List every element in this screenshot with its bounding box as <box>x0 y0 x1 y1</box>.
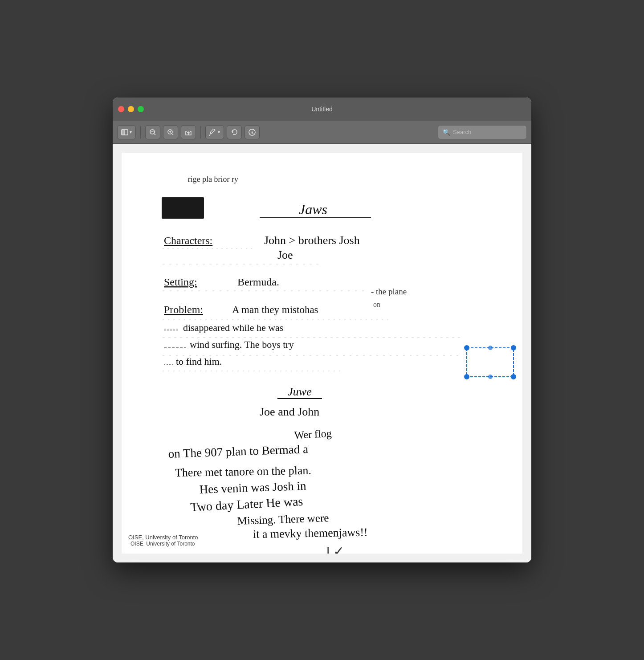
annotate-button[interactable]: A <box>245 125 260 139</box>
svg-point-36 <box>511 345 516 350</box>
svg-text:- the plane: - the plane <box>371 287 407 296</box>
zoom-out-button[interactable] <box>145 125 160 139</box>
svg-point-40 <box>488 375 493 379</box>
pen-dropdown-arrow: ▾ <box>218 130 220 134</box>
svg-text:it a mevky themenjaws!!: it a mevky themenjaws!! <box>253 526 368 541</box>
svg-text:John > brothers   Josh: John > brothers Josh <box>264 234 360 247</box>
svg-text:Joe: Joe <box>277 249 293 261</box>
svg-text:Bermuda.: Bermuda. <box>237 276 279 288</box>
traffic-lights <box>118 106 144 112</box>
sidebar-toggle-button[interactable]: ▾ <box>117 125 136 139</box>
svg-text:Jaws: Jaws <box>299 201 327 217</box>
zoom-in-button[interactable] <box>163 125 178 139</box>
svg-rect-14 <box>122 162 522 545</box>
dropdown-arrow: ▾ <box>130 130 132 134</box>
svg-point-39 <box>488 346 493 350</box>
separator-2 <box>200 126 201 139</box>
content-area[interactable]: rige pla brior ry Jaws Characters: John … <box>113 144 531 562</box>
svg-line-5 <box>154 134 155 135</box>
separator-1 <box>140 126 141 139</box>
annotate-icon: A <box>249 129 256 136</box>
svg-text:Problem:: Problem: <box>164 304 203 315</box>
svg-text:There met tanore on the plan.: There met tanore on the plan. <box>175 464 312 479</box>
svg-line-9 <box>172 134 173 135</box>
svg-text:Wer flog: Wer flog <box>294 428 332 441</box>
svg-text:disappeared while he was: disappeared while he was <box>183 322 283 333</box>
svg-text:OISE, University of Toronto: OISE, University of Toronto <box>128 534 198 541</box>
sidebar-icon <box>121 129 128 136</box>
footer-text: OISE, University of Toronto <box>130 541 195 547</box>
svg-text:A man they mistohas: A man they mistohas <box>232 304 318 315</box>
close-button[interactable] <box>118 106 124 112</box>
svg-text:rige pla brior ry: rige pla brior ry <box>187 175 238 183</box>
svg-text:A: A <box>251 130 254 135</box>
svg-text:wind surfing. The boys try: wind surfing. The boys try <box>190 339 294 350</box>
toolbar: ▾ <box>113 121 531 144</box>
titlebar: Untitled <box>113 98 531 121</box>
svg-text:to find him.: to find him. <box>176 356 222 367</box>
share-icon <box>185 129 192 136</box>
svg-text:Characters:: Characters: <box>164 235 212 246</box>
undo-button[interactable] <box>227 125 242 139</box>
undo-icon <box>231 129 238 136</box>
svg-text:l ✓: l ✓ <box>326 544 345 554</box>
svg-point-37 <box>464 374 469 379</box>
search-input[interactable] <box>453 129 522 135</box>
svg-point-38 <box>511 374 516 379</box>
window-title: Untitled <box>311 106 332 113</box>
zoom-out-icon <box>149 129 156 136</box>
svg-text:on: on <box>373 301 380 308</box>
svg-text:Juwe: Juwe <box>288 385 311 398</box>
search-icon: 🔍 <box>443 129 450 136</box>
share-button[interactable] <box>181 125 196 139</box>
pen-icon <box>209 129 216 136</box>
zoom-in-icon <box>167 129 174 136</box>
document-page: rige pla brior ry Jaws Characters: John … <box>122 153 522 554</box>
minimize-button[interactable] <box>128 106 134 112</box>
pen-tool-button[interactable]: ▾ <box>205 125 224 139</box>
svg-rect-16 <box>162 197 204 219</box>
main-window: Untitled ▾ <box>113 98 531 562</box>
svg-text:Setting:: Setting: <box>164 276 197 288</box>
svg-line-11 <box>209 134 210 136</box>
maximize-button[interactable] <box>138 106 144 112</box>
svg-text:Joe and John: Joe and John <box>260 405 319 418</box>
search-box[interactable]: 🔍 <box>438 125 527 139</box>
document-svg: rige pla brior ry Jaws Characters: John … <box>122 153 522 554</box>
svg-point-35 <box>464 345 469 350</box>
